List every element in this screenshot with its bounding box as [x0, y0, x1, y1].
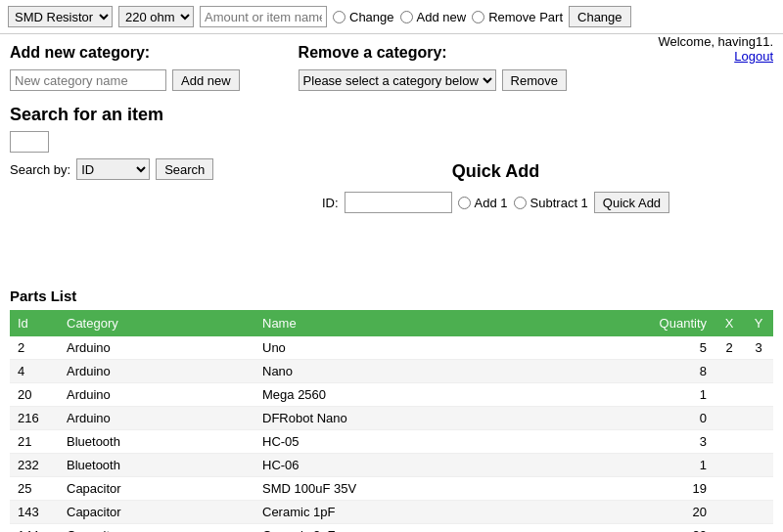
table-row: 232 Bluetooth HC-06 1 [10, 454, 773, 477]
cell-quantity: 8 [617, 360, 714, 383]
search-heading: Search for an item [10, 105, 773, 125]
remove-category-button[interactable]: Remove [502, 69, 567, 91]
add-new-label: Add new [417, 10, 467, 24]
cell-y [744, 454, 773, 477]
cell-quantity: 20 [617, 501, 714, 524]
quick-add-id-input[interactable] [345, 192, 452, 213]
cell-name: DFRobot Nano [254, 407, 617, 430]
remove-category-select[interactable]: Please select a category below [299, 69, 496, 91]
subtract1-radio-group: Subtract 1 [514, 196, 588, 210]
add-category-heading: Add new category: [10, 44, 240, 62]
subtract1-radio[interactable] [514, 197, 527, 209]
quick-add-id-label: ID: [322, 196, 339, 210]
cell-quantity: 1 [617, 454, 714, 477]
cell-x: 2 [714, 336, 744, 360]
remove-category-section: Remove a category: Please select a categ… [299, 44, 567, 91]
cell-quantity: 5 [617, 336, 714, 360]
cell-x [714, 383, 744, 407]
subtract1-label: Subtract 1 [530, 196, 588, 210]
cell-x [714, 454, 744, 477]
search-by-select[interactable]: ID Name Category [76, 158, 150, 180]
add1-label: Add 1 [475, 196, 508, 210]
cell-id: 232 [10, 454, 59, 477]
welcome-text: Welcome, having11. [658, 34, 773, 49]
parts-section: Parts List Id Category Name Quantity X Y… [10, 288, 773, 532]
cell-name: HC-06 [254, 454, 617, 477]
table-row: 144 Capacitor Ceramic 2pF 20 [10, 524, 773, 533]
add-category-inputs: Add new [10, 69, 240, 91]
parts-table-header: Id Category Name Quantity X Y [10, 310, 773, 336]
col-id: Id [10, 310, 59, 336]
remove-category-inputs: Please select a category below Remove [299, 69, 567, 91]
cell-quantity: 3 [617, 430, 714, 454]
cell-y [744, 383, 773, 407]
cell-x [714, 360, 744, 383]
cell-y [744, 407, 773, 430]
remove-part-label: Remove Part [488, 10, 563, 24]
cell-id: 20 [10, 383, 59, 407]
cell-category: Bluetooth [59, 454, 254, 477]
add-new-radio[interactable] [400, 11, 413, 23]
cell-id: 2 [10, 336, 59, 360]
welcome-block: Welcome, having11. Logout [658, 34, 773, 64]
parts-table-body: 2 Arduino Uno 5 2 3 4 Arduino Nano 8 20 … [10, 336, 773, 532]
change-label: Change [349, 10, 394, 24]
remove-category-heading: Remove a category: [299, 44, 567, 62]
search-button[interactable]: Search [156, 158, 213, 180]
cell-y [744, 524, 773, 533]
cell-id: 143 [10, 501, 59, 524]
cell-category: Capacitor [59, 524, 254, 533]
cell-name: Uno [254, 336, 617, 360]
cell-category: Arduino [59, 407, 254, 430]
cell-category: Arduino [59, 383, 254, 407]
cell-y [744, 477, 773, 501]
top-bar: SMD Resistor Arduino Bluetooth Capacitor… [0, 0, 783, 34]
quick-add-heading: Quick Add [322, 161, 669, 182]
add-category-section: Add new category: Add new [10, 44, 240, 91]
cell-name: Ceramic 1pF [254, 501, 617, 524]
change-radio-group: Change [333, 10, 394, 24]
remove-part-radio-group: Remove Part [472, 10, 563, 24]
cell-x [714, 501, 744, 524]
cell-quantity: 1 [617, 383, 714, 407]
col-y: Y [744, 310, 773, 336]
cell-id: 25 [10, 477, 59, 501]
value-select[interactable]: 220 ohm 10 ohm 100 ohm 1k ohm [118, 6, 194, 27]
cell-name: Ceramic 2pF [254, 524, 617, 533]
change-radio[interactable] [333, 11, 345, 23]
add1-radio-group: Add 1 [458, 196, 508, 210]
search-input[interactable] [10, 131, 49, 153]
cell-name: Mega 2560 [254, 383, 617, 407]
cell-id: 216 [10, 407, 59, 430]
col-quantity: Quantity [617, 310, 714, 336]
add-new-category-button[interactable]: Add new [172, 69, 240, 91]
cell-quantity: 19 [617, 477, 714, 501]
new-category-input[interactable] [10, 69, 166, 91]
category-select[interactable]: SMD Resistor Arduino Bluetooth Capacitor [8, 6, 113, 27]
remove-part-radio[interactable] [472, 11, 484, 23]
amount-input[interactable] [200, 6, 327, 27]
cell-quantity: 20 [617, 524, 714, 533]
cell-y: 3 [744, 336, 773, 360]
table-row: 143 Capacitor Ceramic 1pF 20 [10, 501, 773, 524]
parts-list-heading: Parts List [10, 288, 773, 304]
cell-x [714, 430, 744, 454]
cell-y [744, 430, 773, 454]
add-new-radio-group: Add new [400, 10, 467, 24]
cell-y [744, 501, 773, 524]
change-button[interactable]: Change [569, 6, 631, 27]
cell-category: Arduino [59, 336, 254, 360]
quick-add-section: Quick Add ID: Add 1 Subtract 1 Quick Add [322, 161, 669, 213]
cell-x [714, 407, 744, 430]
table-row: 20 Arduino Mega 2560 1 [10, 383, 773, 407]
quick-add-button[interactable]: Quick Add [594, 192, 669, 213]
col-category: Category [59, 310, 254, 336]
logout-link[interactable]: Logout [734, 49, 773, 64]
cell-quantity: 0 [617, 407, 714, 430]
cell-x [714, 524, 744, 533]
add1-radio[interactable] [458, 197, 471, 209]
cell-category: Bluetooth [59, 430, 254, 454]
cell-name: Nano [254, 360, 617, 383]
cell-id: 4 [10, 360, 59, 383]
cell-category: Capacitor [59, 501, 254, 524]
